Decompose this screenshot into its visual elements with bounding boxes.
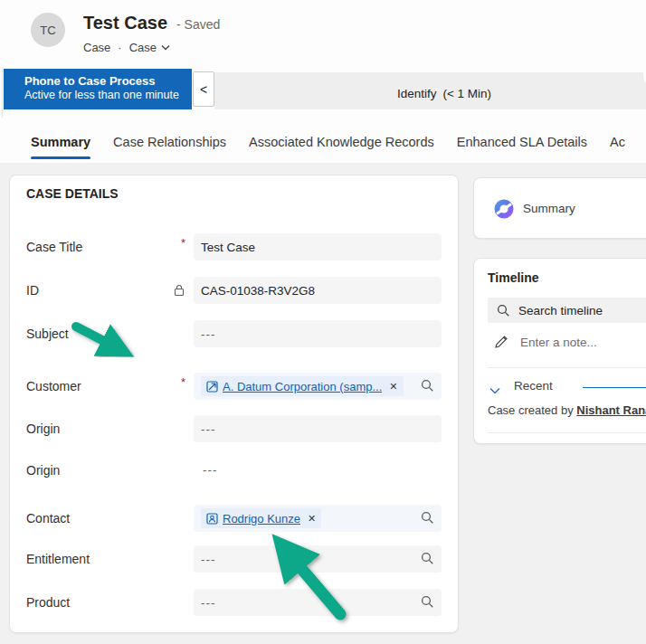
field-row-id: ID CAS-01038-R3V2G8 — [10, 277, 460, 304]
timeline-note-placeholder: Enter a note... — [520, 336, 597, 349]
field-row-product: Product --- — [10, 589, 460, 616]
origin-readonly-value: --- — [203, 457, 218, 484]
subject-input[interactable]: --- — [194, 320, 442, 347]
id-input[interactable]: CAS-01038-R3V2G8 — [194, 277, 442, 304]
breadcrumb: Case · Case — [83, 41, 170, 54]
field-label: Entitlement — [26, 545, 90, 573]
stage-label: Identify(< 1 Min) — [345, 87, 544, 100]
tab-additional-truncated[interactable]: Ac — [610, 125, 625, 159]
entitlement-search-icon[interactable] — [421, 552, 434, 568]
timeline-recent-group: Recent — [489, 379, 646, 393]
collapse-recent-icon[interactable] — [489, 382, 500, 398]
case-title-input[interactable]: Test Case — [194, 233, 442, 260]
entitlement-lookup-input[interactable]: --- — [194, 545, 442, 573]
record-avatar: TC — [31, 13, 65, 47]
customer-lookup-input[interactable]: A. Datum Corporation (samp... ✕ — [194, 373, 442, 400]
timeline-search-placeholder: Search timeline — [518, 304, 603, 317]
field-label: Customer — [26, 373, 81, 400]
recent-group-rule — [583, 387, 646, 388]
process-active-duration: Active for less than one minute — [24, 89, 192, 102]
breadcrumb-separator: · — [118, 41, 121, 54]
field-row-customer: Customer * A. Datum Corporation (samp...… — [10, 373, 460, 400]
account-icon — [206, 381, 218, 393]
field-label: Origin — [26, 415, 60, 442]
tab-summary[interactable]: Summary — [31, 125, 90, 159]
entity-label: Case — [83, 41, 110, 54]
timeline-note-input[interactable]: Enter a note... — [494, 335, 597, 349]
copilot-icon — [494, 199, 514, 223]
origin-input[interactable]: --- — [194, 415, 442, 442]
customer-lookup-pill: A. Datum Corporation (samp... ✕ — [201, 376, 404, 396]
remove-customer-icon[interactable]: ✕ — [389, 381, 397, 393]
case-details-card: CASE DETAILS Case Title * Test Case ID C… — [9, 175, 459, 633]
product-search-icon[interactable] — [421, 595, 434, 611]
form-tabs: Summary Case Relationships Associated Kn… — [0, 118, 646, 163]
process-header[interactable]: Phone to Case Process Active for less th… — [4, 69, 192, 109]
stage-name: Identify — [397, 87, 437, 100]
timeline-search-input[interactable]: Search timeline — [488, 298, 646, 323]
save-status: - Saved — [176, 17, 220, 32]
recent-group-label[interactable]: Recent — [514, 379, 553, 393]
field-label: Contact — [26, 505, 70, 532]
timeline-entry-divider — [488, 432, 646, 433]
remove-contact-icon[interactable]: ✕ — [308, 513, 316, 525]
field-row-contact: Contact Rodrigo Kunze ✕ — [10, 505, 460, 532]
business-process-flow: Phone to Case Process Active for less th… — [0, 69, 646, 109]
required-marker: * — [181, 236, 185, 250]
contact-search-icon[interactable] — [421, 511, 434, 527]
stage-duration: (< 1 Min) — [442, 87, 491, 100]
timeline-divider — [488, 367, 646, 368]
summary-card-label: Summary — [523, 178, 575, 240]
form-body: CASE DETAILS Case Title * Test Case ID C… — [0, 163, 646, 644]
required-marker: * — [181, 375, 185, 389]
avatar-initials: TC — [40, 24, 55, 37]
field-label: Origin — [26, 457, 60, 484]
contact-lookup-link[interactable]: Rodrigo Kunze — [223, 512, 300, 526]
contact-lookup-input[interactable]: Rodrigo Kunze ✕ — [194, 505, 442, 532]
lock-icon — [174, 284, 185, 300]
field-label: Subject — [26, 320, 69, 347]
section-title: CASE DETAILS — [26, 186, 119, 201]
pencil-icon — [494, 335, 508, 349]
tab-enhanced-sla-details[interactable]: Enhanced SLA Details — [457, 125, 587, 159]
contact-icon — [206, 513, 218, 525]
field-row-subject: Subject --- — [10, 320, 460, 347]
field-row-case-title: Case Title * Test Case — [10, 233, 460, 260]
customer-search-icon[interactable] — [421, 379, 434, 395]
process-collapse-button[interactable]: < — [193, 71, 214, 107]
timeline-entry-case-created: Case created by Nishant Rana — [488, 403, 646, 417]
record-header: TC Test Case - Saved Case · Case — [0, 0, 646, 69]
form-name: Case — [129, 41, 157, 54]
field-label: Case Title — [26, 233, 82, 260]
search-icon — [497, 304, 510, 317]
form-selector[interactable]: Case — [129, 41, 170, 54]
timeline-card: Timeline Search timeline Enter a note...… — [473, 258, 646, 444]
copilot-summary-card[interactable]: Summary — [473, 177, 646, 239]
process-stage-identify[interactable]: Identify(< 1 Min) — [214, 72, 646, 109]
tab-associated-knowledge-records[interactable]: Associated Knowledge Records — [249, 125, 434, 159]
field-row-entitlement: Entitlement --- — [10, 545, 460, 573]
page-title: Test Case — [83, 13, 167, 33]
process-name: Phone to Case Process — [24, 74, 192, 89]
customer-lookup-link[interactable]: A. Datum Corporation (samp... — [223, 380, 382, 393]
field-label: Product — [26, 589, 70, 616]
app-screen: TC Test Case - Saved Case · Case Phone t… — [0, 0, 646, 644]
product-lookup-input[interactable]: --- — [194, 589, 442, 616]
chevron-down-icon — [161, 44, 170, 51]
created-by-user-link[interactable]: Nishant Rana — [576, 403, 646, 417]
timeline-title: Timeline — [488, 270, 539, 285]
tab-case-relationships[interactable]: Case Relationships — [113, 125, 226, 159]
contact-lookup-pill: Rodrigo Kunze ✕ — [201, 508, 321, 528]
field-row-origin-readonly: Origin --- — [10, 457, 460, 484]
field-label: ID — [26, 277, 39, 304]
field-row-origin: Origin --- — [10, 415, 460, 442]
